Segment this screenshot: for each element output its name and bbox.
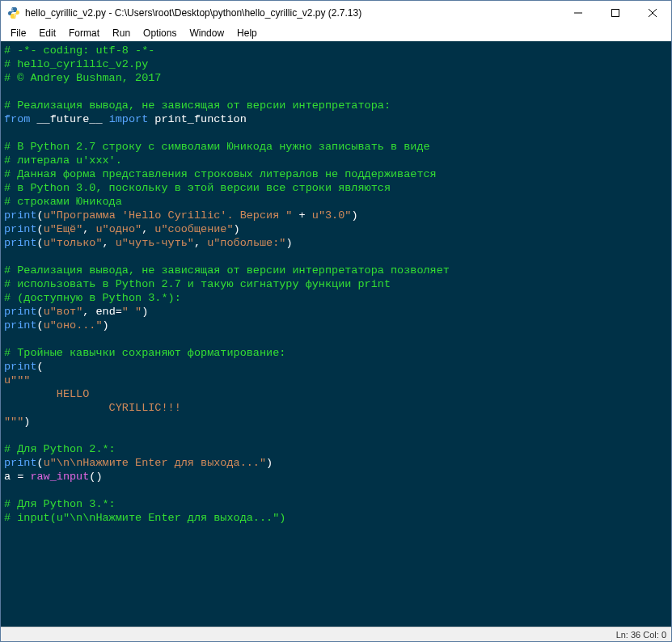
code-line: CYRILLIC!!! bbox=[4, 401, 668, 415]
code-line: # -*- coding: utf-8 -*- bbox=[4, 44, 668, 57]
code-line: # литерала u'xxx'. bbox=[4, 154, 668, 167]
menubar: File Edit Format Run Options Window Help bbox=[1, 25, 671, 41]
code-line: a = raw_input() bbox=[4, 470, 668, 484]
code-line bbox=[4, 126, 668, 140]
code-line: print( bbox=[4, 360, 668, 374]
code-line: print(u"Ещё", u"одно", u"сообщение") bbox=[4, 222, 668, 236]
code-line: # Для Python 3.*: bbox=[4, 497, 668, 511]
titlebar: hello_cyrillic_v2.py - C:\Users\root\Des… bbox=[1, 1, 671, 25]
code-line: # input(u"\n\nНажмите Enter для выхода..… bbox=[4, 511, 668, 525]
code-line: # в Python 3.0, поскольку в этой версии … bbox=[4, 181, 668, 195]
menu-window[interactable]: Window bbox=[183, 26, 230, 40]
code-line: """) bbox=[4, 415, 668, 429]
code-line: # Тройные кавычки сохраняют форматирован… bbox=[4, 346, 668, 360]
code-line: print(u"\n\nНажмите Enter для выхода..."… bbox=[4, 456, 668, 470]
code-line: # © Andrey Bushman, 2017 bbox=[4, 71, 668, 85]
cursor-position: Ln: 36 Col: 0 bbox=[616, 630, 666, 640]
minimize-button[interactable] bbox=[560, 1, 597, 25]
code-line: print(u"Программа 'Hello Cyrillic'. Верс… bbox=[4, 209, 668, 222]
menu-file[interactable]: File bbox=[4, 26, 32, 40]
menu-help[interactable]: Help bbox=[230, 26, 264, 40]
code-line: # В Python 2.7 строку с символами Юникод… bbox=[4, 140, 668, 154]
code-line bbox=[4, 484, 668, 497]
app-icon bbox=[7, 6, 20, 19]
code-line: # (доступную в Python 3.*): bbox=[4, 291, 668, 305]
maximize-button[interactable] bbox=[597, 1, 634, 25]
statusbar: Ln: 36 Col: 0 bbox=[1, 627, 671, 641]
menu-format[interactable]: Format bbox=[62, 26, 106, 40]
close-button[interactable] bbox=[634, 1, 671, 25]
code-line: # Для Python 2.*: bbox=[4, 442, 668, 456]
window-title: hello_cyrillic_v2.py - C:\Users\root\Des… bbox=[25, 7, 560, 19]
code-line: u""" bbox=[4, 374, 668, 387]
code-line: # использовать в Python 2.7 и такую сигн… bbox=[4, 277, 668, 291]
code-line: # строками Юникода bbox=[4, 195, 668, 209]
code-line: # Реализация вывода, не зависящая от вер… bbox=[4, 264, 668, 277]
code-line bbox=[4, 332, 668, 346]
code-editor[interactable]: # -*- coding: utf-8 -*-# hello_cyrillic_… bbox=[1, 41, 671, 627]
code-line bbox=[4, 85, 668, 99]
menu-options[interactable]: Options bbox=[137, 26, 183, 40]
code-line: print(u"оно...") bbox=[4, 319, 668, 332]
code-line: # hello_cyrillic_v2.py bbox=[4, 57, 668, 71]
code-line: # Реализация вывода, не зависящая от вер… bbox=[4, 99, 668, 112]
svg-rect-1 bbox=[612, 10, 619, 17]
code-line: HELLO bbox=[4, 387, 668, 401]
code-line: print(u"вот", end=" ") bbox=[4, 305, 668, 319]
code-line: from __future__ import print_function bbox=[4, 112, 668, 126]
menu-run[interactable]: Run bbox=[106, 26, 137, 40]
code-line: # Данная форма представления строковых л… bbox=[4, 167, 668, 181]
code-line bbox=[4, 250, 668, 264]
menu-edit[interactable]: Edit bbox=[32, 26, 62, 40]
code-line: print(u"только", u"чуть-чуть", u"побольш… bbox=[4, 236, 668, 250]
code-line bbox=[4, 429, 668, 442]
